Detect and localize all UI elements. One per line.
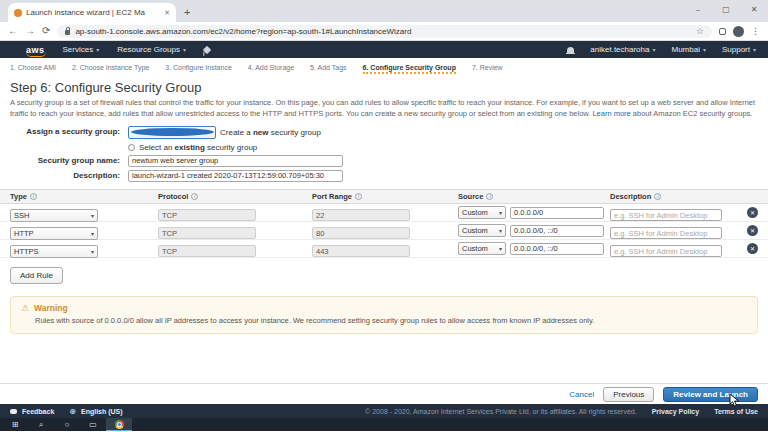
radio-create-new-group[interactable]: Create a new security group — [128, 126, 321, 139]
maximize-button[interactable]: ▢ — [712, 0, 740, 18]
col-description: Descriptioni — [610, 192, 734, 201]
rule-row-https: HTTPS▾ Custom▾ ✕ — [0, 240, 768, 258]
previous-button[interactable]: Previous — [603, 387, 654, 402]
rule-description-input[interactable] — [610, 245, 722, 257]
feedback-link[interactable]: Feedback — [22, 408, 54, 415]
minimize-button[interactable]: – — [684, 0, 712, 18]
forward-icon[interactable]: → — [25, 26, 35, 36]
chevron-down-icon: ▾ — [499, 245, 502, 252]
info-icon[interactable]: i — [355, 193, 362, 200]
radio-selected-icon[interactable] — [128, 126, 216, 139]
feedback-bubble-icon — [10, 409, 17, 414]
port-range-field — [312, 209, 410, 221]
chevron-down-icon: ▾ — [703, 46, 706, 53]
mouse-cursor — [729, 393, 741, 408]
step-5-add-tags[interactable]: 5. Add Tags — [310, 64, 346, 74]
rule-description-input[interactable] — [610, 227, 722, 239]
info-icon[interactable]: i — [30, 193, 37, 200]
cancel-button[interactable]: Cancel — [569, 390, 594, 399]
language-selector[interactable]: English (US) — [81, 408, 123, 415]
chevron-down-icon: ▾ — [91, 212, 94, 219]
back-icon[interactable]: ← — [8, 26, 18, 36]
type-select[interactable]: HTTPS▾ — [10, 245, 98, 258]
windows-taskbar: ⊞ ⌕ ○ ▭ — [0, 418, 768, 431]
delete-rule-button[interactable]: ✕ — [747, 243, 758, 254]
step-7-review[interactable]: 7. Review — [472, 64, 503, 74]
browser-profile-avatar[interactable] — [733, 26, 744, 37]
type-select[interactable]: SSH▾ — [10, 209, 98, 222]
page-description: A security group is a set of firewall ru… — [10, 97, 758, 120]
group-name-label: Security group name: — [0, 155, 120, 165]
url-text[interactable]: ap-south-1.console.aws.amazon.com/ec2/v2… — [75, 27, 691, 36]
nav-services[interactable]: Services ▾ — [63, 45, 100, 54]
browser-menu-icon[interactable]: ⋮ — [751, 26, 760, 36]
tab-close-icon[interactable]: ✕ — [164, 9, 170, 17]
delete-rule-button[interactable]: ✕ — [747, 225, 758, 236]
step-3-configure-instance[interactable]: 3. Configure Instance — [165, 64, 232, 74]
nav-region-menu[interactable]: Mumbai ▾ — [671, 45, 705, 54]
extensions-icon[interactable] — [719, 28, 726, 35]
page-title: Step 6: Configure Security Group — [10, 80, 758, 95]
source-cidr-input[interactable] — [510, 225, 604, 237]
delete-rule-button[interactable]: ✕ — [747, 207, 758, 218]
source-mode-select[interactable]: Custom▾ — [458, 206, 506, 219]
chevron-down-icon: ▾ — [96, 46, 99, 53]
tab-favicon-icon — [14, 9, 22, 17]
nav-resource-groups[interactable]: Resource Groups ▾ — [117, 45, 186, 54]
assign-group-radios: Create a new security group Select an ex… — [128, 126, 321, 152]
col-protocol: Protocoli — [158, 192, 312, 201]
source-cidr-input[interactable] — [510, 207, 604, 219]
terms-of-use-link[interactable]: Terms of Use — [714, 408, 758, 415]
rules-table-header: Typei Protocoli Port Rangei Sourcei Desc… — [0, 189, 768, 204]
group-description-input[interactable] — [128, 170, 343, 182]
radio-unselected-icon[interactable] — [128, 144, 135, 151]
warning-box: ⚠ Warning Rules with source of 0.0.0.0/0… — [10, 296, 758, 334]
step-1-choose-ami[interactable]: 1. Choose AMI — [10, 64, 56, 74]
bookmark-star-icon[interactable]: ☆ — [696, 26, 704, 36]
nav-right-group: aniket.techaroha ▾ Mumbai ▾ Support ▾ — [567, 45, 756, 54]
aws-nav-bar: aws Services ▾ Resource Groups ▾ aniket.… — [0, 41, 768, 58]
notifications-bell-icon[interactable] — [567, 47, 574, 53]
search-icon[interactable]: ⌕ — [28, 418, 54, 431]
rule-description-input[interactable] — [610, 209, 722, 221]
chevron-down-icon: ▾ — [91, 230, 94, 237]
nav-support-menu[interactable]: Support ▾ — [722, 45, 756, 54]
window-controls: – ▢ ✕ — [684, 0, 768, 22]
privacy-policy-link[interactable]: Privacy Policy — [652, 408, 699, 415]
info-icon[interactable]: i — [191, 193, 198, 200]
taskbar-chrome-button[interactable] — [106, 418, 132, 431]
step-6-configure-security-group[interactable]: 6. Configure Security Group — [363, 64, 456, 74]
aws-logo[interactable]: aws — [26, 45, 45, 55]
radio-select-existing-group[interactable]: Select an existing security group — [128, 143, 321, 152]
globe-icon: ⊕ — [69, 407, 76, 416]
reload-icon[interactable]: ⟳ — [42, 26, 50, 36]
chevron-down-icon: ▾ — [753, 46, 756, 53]
source-cidr-input[interactable] — [510, 243, 604, 255]
browser-tab-bar: Launch instance wizard | EC2 Ma ✕ + – ▢ … — [0, 0, 768, 22]
add-rule-button[interactable]: Add Rule — [10, 267, 63, 284]
cortana-icon[interactable]: ○ — [54, 418, 80, 431]
task-view-icon[interactable]: ▭ — [80, 418, 106, 431]
chevron-down-icon: ▾ — [499, 209, 502, 216]
new-tab-button[interactable]: + — [184, 6, 190, 18]
info-icon[interactable]: i — [486, 193, 493, 200]
protocol-field — [158, 209, 256, 221]
group-name-input[interactable] — [128, 155, 343, 167]
source-mode-select[interactable]: Custom▾ — [458, 224, 506, 237]
pin-shortcut-icon[interactable] — [203, 45, 211, 53]
browser-tab[interactable]: Launch instance wizard | EC2 Ma ✕ — [8, 3, 176, 22]
source-mode-select[interactable]: Custom▾ — [458, 242, 506, 255]
warning-icon: ⚠ — [21, 303, 29, 313]
wizard-steps: 1. Choose AMI 2. Choose Instance Type 3.… — [0, 58, 768, 77]
close-button[interactable]: ✕ — [740, 0, 768, 18]
nav-account-menu[interactable]: aniket.techaroha ▾ — [590, 45, 655, 54]
step-4-add-storage[interactable]: 4. Add Storage — [248, 64, 294, 74]
review-and-launch-button[interactable]: Review and Launch — [663, 387, 758, 402]
info-icon[interactable]: i — [654, 193, 661, 200]
learn-more-link[interactable]: Learn more — [592, 109, 630, 118]
type-select[interactable]: HTTP▾ — [10, 227, 98, 240]
col-type: Typei — [10, 192, 158, 201]
address-bar[interactable]: ap-south-1.console.aws.amazon.com/ec2/v2… — [57, 25, 712, 38]
step-2-choose-instance-type[interactable]: 2. Choose Instance Type — [72, 64, 149, 74]
start-button-icon[interactable]: ⊞ — [2, 418, 28, 431]
